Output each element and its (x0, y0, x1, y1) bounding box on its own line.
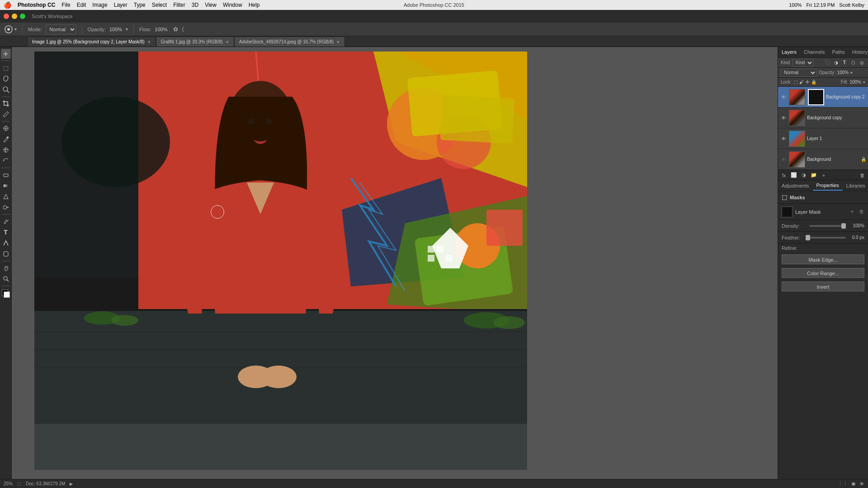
tab-history[interactable]: History (849, 47, 868, 57)
type-filter-icon[interactable]: T (841, 59, 848, 66)
lock-transparent-icon[interactable]: ⬚ (793, 80, 797, 84)
menu-image[interactable]: Image (92, 2, 107, 8)
menu-3d[interactable]: 3D (192, 2, 198, 8)
menu-file[interactable]: File (61, 2, 70, 8)
tool-dodge[interactable] (1, 202, 11, 212)
blend-mode-dropdown[interactable]: Normal Multiply Screen Overlay (781, 69, 817, 77)
layer-adjustment-icon[interactable]: ◑ (800, 171, 808, 179)
lock-position-icon[interactable]: ✛ (806, 80, 809, 84)
smoothing-icon[interactable]: ⟨ (182, 26, 184, 33)
apple-menu[interactable]: 🍎 (4, 1, 11, 9)
arrange-icon[interactable]: ⋮⋮ (838, 481, 848, 487)
background-color[interactable] (4, 291, 10, 298)
menu-filter[interactable]: Filter (173, 2, 185, 8)
opacity-value[interactable]: 100% (837, 70, 849, 75)
menu-window[interactable]: Window (223, 2, 242, 8)
tool-hand[interactable] (1, 263, 11, 273)
density-slider[interactable] (809, 225, 846, 227)
kind-select[interactable]: Kind (793, 59, 814, 67)
tool-crop[interactable] (1, 99, 11, 108)
layer-item-layer1[interactable]: 👁 Layer 1 (778, 128, 868, 149)
menu-select[interactable]: Select (152, 2, 167, 8)
fill-chevron[interactable]: ▾ (863, 80, 865, 84)
tool-healing[interactable] (1, 123, 11, 133)
close-button[interactable] (4, 14, 9, 19)
tool-pen[interactable] (1, 216, 11, 226)
menu-edit[interactable]: Edit (77, 2, 86, 8)
maximize-button[interactable] (20, 14, 25, 19)
tool-blur[interactable] (1, 192, 11, 202)
fill-value[interactable]: 100% (849, 80, 861, 84)
tool-brush[interactable] (1, 134, 11, 144)
smart-filter-icon[interactable]: ◎ (858, 59, 865, 66)
bp-tab-libraries[interactable]: Libraries (843, 180, 868, 191)
flow-value[interactable]: 100% (155, 27, 167, 32)
timeline-icon[interactable]: ◉ (851, 481, 856, 487)
airbrush-icon[interactable]: ✿ (173, 26, 178, 33)
visibility-bg-copy2[interactable]: 👁 (780, 94, 787, 101)
mask-edge-button[interactable]: Mask Edge... (782, 254, 864, 264)
add-mask-icon[interactable]: + (849, 209, 855, 215)
menu-type[interactable]: Type (134, 2, 146, 8)
layer-mask-icon[interactable]: ⬜ (790, 171, 798, 179)
tab-paths[interactable]: Paths (829, 47, 849, 57)
bp-tab-properties[interactable]: Properties (813, 180, 843, 191)
blend-mode-select[interactable]: Normal Multiply Screen (46, 24, 76, 34)
opacity-chevron[interactable]: ▾ (850, 70, 853, 75)
layer-item-bg-copy[interactable]: 👁 Background copy (778, 108, 868, 128)
layer-group-icon[interactable]: 📁 (810, 171, 818, 179)
tool-preset-picker[interactable]: ▾ (4, 24, 17, 34)
layer-fx-icon[interactable]: fx (780, 171, 788, 179)
tab-close-icon[interactable]: ✕ (336, 40, 340, 44)
mask-options-icon[interactable]: ☰ (858, 209, 864, 215)
lock-all-icon[interactable]: 🔒 (811, 80, 816, 84)
eye-icon[interactable]: 👁 (859, 481, 864, 487)
menu-view[interactable]: View (205, 2, 217, 8)
foreground-background-color[interactable] (1, 289, 11, 299)
menu-help[interactable]: Help (249, 2, 260, 8)
tab-image1[interactable]: Image 1.jpg @ 25% (Background copy 2, La… (27, 37, 156, 47)
layer-item-background[interactable]: 👁 Background 🔒 (778, 149, 868, 170)
tool-type[interactable]: T (1, 227, 11, 237)
minimize-button[interactable] (12, 14, 17, 19)
tool-marquee[interactable]: ⬚ (1, 63, 11, 73)
tool-eyedropper[interactable] (1, 109, 11, 119)
tool-eraser[interactable] (1, 170, 11, 180)
status-bar: 25% ⬚ Doc: 63.3M/279.2M ▶ ⋮⋮ ◉ 👁 (0, 479, 868, 488)
canvas-document[interactable] (34, 52, 527, 470)
tool-move[interactable]: ✛ (1, 49, 11, 59)
menu-layer[interactable]: Layer (114, 2, 127, 8)
opacity-value[interactable]: 100% (109, 27, 122, 32)
doc-info-arrow[interactable]: ▶ (70, 482, 73, 486)
feather-slider[interactable] (809, 237, 846, 239)
visibility-layer1[interactable]: 👁 (780, 135, 787, 142)
tool-shape[interactable] (1, 249, 11, 259)
tab-layers[interactable]: Layers (778, 47, 800, 57)
bp-tab-adjustments[interactable]: Adjustments (778, 180, 813, 191)
tool-clone-stamp[interactable] (1, 145, 11, 155)
color-range-button[interactable]: Color Range... (782, 268, 864, 278)
tool-gradient[interactable] (1, 181, 11, 191)
tab-graffiti[interactable]: Graffiti 1.jpg @ 33.3% (RGB/8) ✕ (156, 37, 234, 47)
lock-image-icon[interactable]: 🖌 (799, 80, 804, 84)
adjustment-filter-icon[interactable]: ◑ (832, 59, 840, 66)
tool-zoom[interactable] (1, 274, 11, 284)
tool-lasso[interactable] (1, 74, 11, 84)
tab-close-icon[interactable]: ✕ (147, 40, 151, 44)
shape-filter-icon[interactable]: ⬡ (849, 59, 857, 66)
layer-item-bg-copy2[interactable]: 👁 Background copy 2 (778, 87, 868, 108)
visibility-background[interactable]: 👁 (780, 156, 787, 163)
pixel-filter-icon[interactable]: ⬛ (824, 59, 831, 66)
invert-button[interactable]: Invert (782, 282, 864, 291)
tab-adobestock[interactable]: AdobeStock_48928714.jpeg @ 16.7% (RGB/8)… (234, 37, 345, 47)
delete-layer-icon[interactable]: 🗑 (858, 171, 866, 179)
tool-path-select[interactable] (1, 238, 11, 248)
tab-channels[interactable]: Channels (800, 47, 828, 57)
tool-history-brush[interactable] (1, 156, 11, 166)
visibility-bg-copy[interactable]: 👁 (780, 114, 787, 122)
opacity-icon[interactable]: ▾ (126, 27, 128, 32)
tool-separator6 (2, 261, 10, 261)
tool-quick-select[interactable] (1, 84, 11, 94)
new-layer-icon[interactable]: + (820, 171, 828, 179)
tab-close-icon[interactable]: ✕ (226, 40, 229, 44)
